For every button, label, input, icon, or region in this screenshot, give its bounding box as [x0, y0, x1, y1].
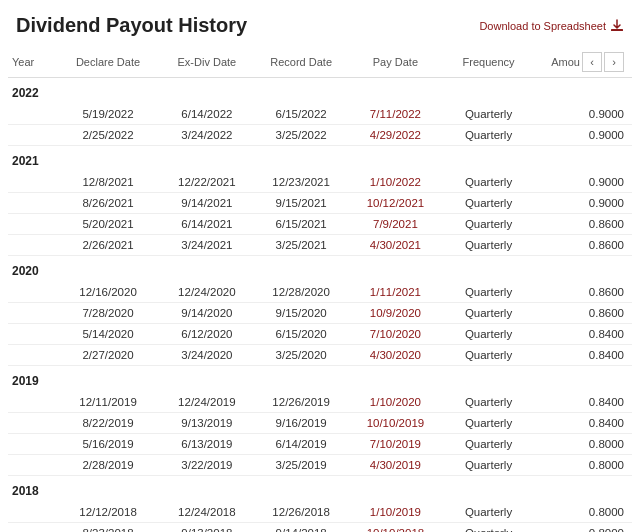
pay-cell: 10/10/2018 — [348, 523, 442, 533]
year-cell — [8, 502, 56, 523]
declare-cell: 2/26/2021 — [56, 235, 159, 256]
declare-cell: 7/28/2020 — [56, 303, 159, 324]
amount-nav: Amou ‹ › — [539, 52, 624, 72]
freq-cell: Quarterly — [443, 172, 535, 193]
declare-cell: 2/27/2020 — [56, 345, 159, 366]
year-group-row: 2018 — [8, 476, 632, 503]
freq-cell: Quarterly — [443, 455, 535, 476]
freq-cell: Quarterly — [443, 413, 535, 434]
freq-cell: Quarterly — [443, 235, 535, 256]
col-pay: Pay Date — [348, 47, 442, 78]
exdiv-cell: 12/24/2018 — [160, 502, 254, 523]
exdiv-cell: 12/24/2020 — [160, 282, 254, 303]
record-cell: 6/14/2019 — [254, 434, 348, 455]
record-cell: 9/15/2021 — [254, 193, 348, 214]
pay-cell: 10/9/2020 — [348, 303, 442, 324]
table-row: 8/26/20219/14/20219/15/202110/12/2021Qua… — [8, 193, 632, 214]
year-label: 2019 — [8, 366, 632, 393]
exdiv-cell: 3/24/2020 — [160, 345, 254, 366]
declare-cell: 12/11/2019 — [56, 392, 159, 413]
year-cell — [8, 392, 56, 413]
download-link[interactable]: Download to Spreadsheet — [479, 19, 624, 33]
amount-cell: 0.8400 — [535, 324, 632, 345]
amount-cell: 0.8400 — [535, 413, 632, 434]
record-cell: 6/15/2022 — [254, 104, 348, 125]
pay-cell: 1/10/2020 — [348, 392, 442, 413]
record-cell: 12/28/2020 — [254, 282, 348, 303]
pay-cell: 4/30/2019 — [348, 455, 442, 476]
year-label: 2022 — [8, 78, 632, 105]
year-cell — [8, 455, 56, 476]
col-declare: Declare Date — [56, 47, 159, 78]
exdiv-cell: 3/22/2019 — [160, 455, 254, 476]
table-row: 2/25/20223/24/20223/25/20224/29/2022Quar… — [8, 125, 632, 146]
amount-cell: 0.8000 — [535, 434, 632, 455]
pay-cell: 7/9/2021 — [348, 214, 442, 235]
freq-cell: Quarterly — [443, 282, 535, 303]
year-group-row: 2021 — [8, 146, 632, 173]
freq-cell: Quarterly — [443, 345, 535, 366]
nav-prev-button[interactable]: ‹ — [582, 52, 602, 72]
year-cell — [8, 172, 56, 193]
year-label: 2018 — [8, 476, 632, 503]
record-cell: 3/25/2019 — [254, 455, 348, 476]
exdiv-cell: 9/14/2020 — [160, 303, 254, 324]
exdiv-cell: 12/24/2019 — [160, 392, 254, 413]
svg-rect-0 — [611, 29, 623, 31]
year-cell — [8, 523, 56, 533]
year-group-row: 2022 — [8, 78, 632, 105]
declare-cell: 5/16/2019 — [56, 434, 159, 455]
declare-cell: 5/14/2020 — [56, 324, 159, 345]
exdiv-cell: 3/24/2021 — [160, 235, 254, 256]
year-cell — [8, 193, 56, 214]
amount-cell: 0.9000 — [535, 193, 632, 214]
pay-cell: 1/10/2022 — [348, 172, 442, 193]
amount-cell: 0.8600 — [535, 303, 632, 324]
table-row: 8/22/20199/13/20199/16/201910/10/2019Qua… — [8, 413, 632, 434]
exdiv-cell: 6/13/2019 — [160, 434, 254, 455]
amount-cell: 0.8000 — [535, 523, 632, 533]
freq-cell: Quarterly — [443, 104, 535, 125]
amount-cell: 0.8000 — [535, 502, 632, 523]
amount-cell: 0.9000 — [535, 172, 632, 193]
exdiv-cell: 9/13/2019 — [160, 413, 254, 434]
pay-cell: 1/10/2019 — [348, 502, 442, 523]
amount-cell: 0.9000 — [535, 104, 632, 125]
exdiv-cell: 6/12/2020 — [160, 324, 254, 345]
pay-cell: 4/29/2022 — [348, 125, 442, 146]
declare-cell: 2/25/2022 — [56, 125, 159, 146]
declare-cell: 8/26/2021 — [56, 193, 159, 214]
year-group-row: 2019 — [8, 366, 632, 393]
record-cell: 6/15/2020 — [254, 324, 348, 345]
table-row: 2/27/20203/24/20203/25/20204/30/2020Quar… — [8, 345, 632, 366]
col-year: Year — [8, 47, 56, 78]
amount-cell: 0.8400 — [535, 345, 632, 366]
pay-cell: 7/11/2022 — [348, 104, 442, 125]
page-header: Dividend Payout History Download to Spre… — [0, 0, 640, 47]
table-wrapper: Year Declare Date Ex-Div Date Record Dat… — [0, 47, 640, 532]
table-header-row: Year Declare Date Ex-Div Date Record Dat… — [8, 47, 632, 78]
year-label: 2021 — [8, 146, 632, 173]
amount-cell: 0.8600 — [535, 282, 632, 303]
pay-cell: 7/10/2020 — [348, 324, 442, 345]
year-cell — [8, 104, 56, 125]
declare-cell: 12/8/2021 — [56, 172, 159, 193]
pay-cell: 7/10/2019 — [348, 434, 442, 455]
pay-cell: 10/12/2021 — [348, 193, 442, 214]
record-cell: 12/26/2018 — [254, 502, 348, 523]
record-cell: 9/15/2020 — [254, 303, 348, 324]
nav-next-button[interactable]: › — [604, 52, 624, 72]
pay-cell: 10/10/2019 — [348, 413, 442, 434]
amount-col-label: Amou — [551, 56, 580, 68]
pay-cell: 4/30/2021 — [348, 235, 442, 256]
freq-cell: Quarterly — [443, 125, 535, 146]
amount-cell: 0.8600 — [535, 214, 632, 235]
freq-cell: Quarterly — [443, 392, 535, 413]
table-row: 2/26/20213/24/20213/25/20214/30/2021Quar… — [8, 235, 632, 256]
amount-cell: 0.8400 — [535, 392, 632, 413]
table-row: 12/11/201912/24/201912/26/20191/10/2020Q… — [8, 392, 632, 413]
declare-cell: 8/22/2019 — [56, 413, 159, 434]
freq-cell: Quarterly — [443, 502, 535, 523]
download-icon — [610, 19, 624, 33]
year-cell — [8, 324, 56, 345]
